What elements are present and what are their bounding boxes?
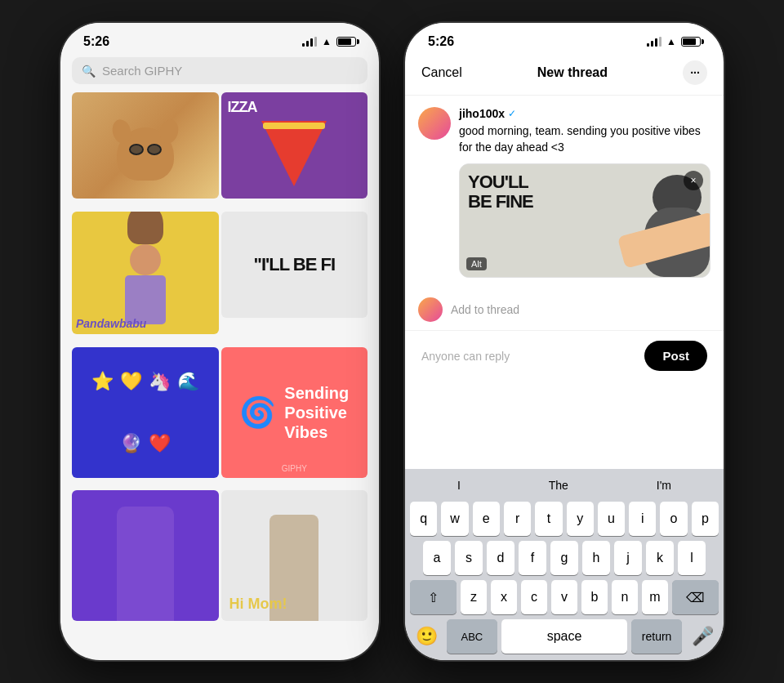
user-avatar-small bbox=[418, 297, 443, 322]
wifi-icon: ▲ bbox=[322, 36, 332, 47]
gif-pizza[interactable]: IZZA bbox=[221, 92, 368, 199]
status-bar-2: 5:26 ▲ bbox=[405, 23, 724, 54]
status-time: 5:26 bbox=[83, 34, 109, 49]
verified-badge: ✓ bbox=[508, 108, 516, 119]
key-s[interactable]: s bbox=[455, 541, 483, 575]
wifi-icon-2: ▲ bbox=[666, 36, 676, 47]
status-icons: ▲ bbox=[302, 36, 356, 47]
gif-hi-mom[interactable]: Hi Mom! bbox=[221, 490, 368, 621]
keyboard-suggestions: I The I'm bbox=[410, 475, 719, 495]
status-bar: 5:26 ▲ bbox=[60, 23, 379, 54]
post-user-row: jiho100x ✓ bbox=[459, 107, 710, 120]
battery-icon bbox=[336, 37, 356, 47]
new-thread-title: New thread bbox=[537, 65, 608, 80]
remove-gif-button[interactable]: × bbox=[684, 171, 703, 190]
cancel-button[interactable]: Cancel bbox=[421, 65, 462, 80]
gif-alt-label[interactable]: Alt bbox=[466, 257, 487, 270]
post-gif-container: YOU'LLBE FINE × Alt bbox=[459, 163, 710, 278]
gif-dog[interactable] bbox=[72, 92, 219, 199]
key-u[interactable]: u bbox=[598, 502, 625, 536]
mic-key[interactable]: 🎤 bbox=[686, 620, 719, 653]
emoji-key[interactable]: 🙂 bbox=[410, 620, 443, 653]
girl-caption: Pandawbabu bbox=[76, 317, 146, 330]
battery-icon-2 bbox=[681, 37, 701, 47]
pizza-graphic bbox=[261, 121, 327, 186]
suggestion-2[interactable]: The bbox=[542, 475, 575, 495]
space-key[interactable]: space bbox=[501, 619, 627, 654]
emoji-5: 🔮 bbox=[120, 433, 142, 454]
key-n[interactable]: n bbox=[612, 580, 638, 614]
keyboard-row-1: q w e r t y u i o p bbox=[410, 502, 719, 536]
key-b[interactable]: b bbox=[581, 580, 608, 614]
key-v[interactable]: v bbox=[551, 580, 577, 614]
key-r[interactable]: r bbox=[504, 502, 531, 536]
key-h[interactable]: h bbox=[582, 541, 610, 575]
key-p[interactable]: p bbox=[692, 502, 719, 536]
signal-icon-2 bbox=[647, 37, 662, 47]
giphy-search-bar[interactable]: 🔍 Search GIPHY bbox=[72, 57, 368, 84]
search-icon: 🔍 bbox=[82, 65, 96, 78]
key-k[interactable]: k bbox=[646, 541, 674, 575]
key-y[interactable]: y bbox=[567, 502, 594, 536]
threads-footer: Anyone can reply Post bbox=[405, 330, 724, 381]
key-o[interactable]: o bbox=[660, 502, 687, 536]
gif-emoji-magnets[interactable]: ⭐ 💛 🦄 🌊 🔮 ❤️ bbox=[72, 347, 219, 478]
key-c[interactable]: c bbox=[521, 580, 547, 614]
suggestion-1[interactable]: I bbox=[451, 475, 467, 495]
threads-phone: 5:26 ▲ Cancel New thread ··· jiho100x ✓ … bbox=[405, 23, 724, 660]
post-content: jiho100x ✓ good morning, team. sending y… bbox=[459, 107, 710, 278]
post-button[interactable]: Post bbox=[644, 341, 707, 371]
key-f[interactable]: f bbox=[519, 541, 546, 575]
post-gif-text: YOU'LLBE FINE bbox=[468, 172, 533, 212]
emoji-4: 🌊 bbox=[177, 371, 199, 392]
keyboard-row-3: ⇧ z x c v b n m ⌫ bbox=[410, 580, 719, 614]
key-g[interactable]: g bbox=[550, 541, 578, 575]
more-options-button[interactable]: ··· bbox=[683, 60, 707, 85]
signal-icon bbox=[302, 37, 317, 47]
post-text[interactable]: good morning, team. sending you positive… bbox=[459, 123, 710, 155]
hi-mom-label: Hi Mom! bbox=[229, 596, 287, 613]
return-key[interactable]: return bbox=[631, 619, 682, 654]
keyboard-row-2: a s d f g h j k l bbox=[410, 541, 719, 575]
dog-graphic bbox=[117, 127, 174, 181]
key-x[interactable]: x bbox=[491, 580, 517, 614]
emoji-2: 💛 bbox=[120, 371, 142, 392]
emoji-6: ❤️ bbox=[149, 433, 171, 454]
poster-avatar bbox=[418, 107, 451, 140]
status-icons-2: ▲ bbox=[647, 36, 701, 47]
delete-key[interactable]: ⌫ bbox=[672, 580, 719, 614]
key-q[interactable]: q bbox=[410, 502, 437, 536]
post-gif-scene: YOU'LLBE FINE bbox=[460, 164, 710, 277]
key-d[interactable]: d bbox=[487, 541, 514, 575]
threads-header: Cancel New thread ··· bbox=[405, 54, 724, 96]
key-j[interactable]: j bbox=[614, 541, 642, 575]
gif-positive-vibes[interactable]: 🌀 SendingPositiveVibes GIPHY bbox=[221, 347, 368, 478]
key-m[interactable]: m bbox=[642, 580, 668, 614]
key-t[interactable]: t bbox=[535, 502, 562, 536]
add-to-thread-row[interactable]: Add to thread bbox=[405, 289, 724, 330]
abc-key[interactable]: ABC bbox=[447, 619, 497, 654]
key-i[interactable]: i bbox=[629, 502, 656, 536]
suggestion-3[interactable]: I'm bbox=[650, 475, 678, 495]
woman-graphic bbox=[117, 507, 174, 621]
status-time-2: 5:26 bbox=[428, 34, 454, 49]
positive-emoji: 🌀 bbox=[239, 395, 276, 430]
key-l[interactable]: l bbox=[678, 541, 706, 575]
key-e[interactable]: e bbox=[473, 502, 500, 536]
gif-woman[interactable] bbox=[72, 490, 219, 621]
shift-key[interactable]: ⇧ bbox=[410, 580, 457, 614]
key-w[interactable]: w bbox=[441, 502, 468, 536]
key-z[interactable]: z bbox=[461, 580, 487, 614]
youll-be-fine-text: "I'LL BE FI bbox=[253, 255, 335, 275]
emoji-1: ⭐ bbox=[91, 371, 114, 392]
reply-permission-label: Anyone can reply bbox=[421, 350, 510, 363]
gif-girl[interactable]: Pandawbabu bbox=[72, 212, 219, 334]
post-username: jiho100x bbox=[459, 107, 505, 120]
giphy-phone: 5:26 ▲ 🔍 Search GIPHY bbox=[60, 23, 379, 660]
gif-grid: IZZA Pandawbabu "I'LL BE FI ⭐ 💛 🦄 🌊 🔮 ❤️ bbox=[60, 92, 379, 632]
key-a[interactable]: a bbox=[423, 541, 451, 575]
gif-youll-be-fine[interactable]: "I'LL BE FI bbox=[221, 212, 368, 318]
positive-vibes-text: SendingPositiveVibes bbox=[284, 383, 349, 442]
emoji-3: 🦄 bbox=[149, 371, 171, 392]
post-compose-area: jiho100x ✓ good morning, team. sending y… bbox=[405, 96, 724, 289]
